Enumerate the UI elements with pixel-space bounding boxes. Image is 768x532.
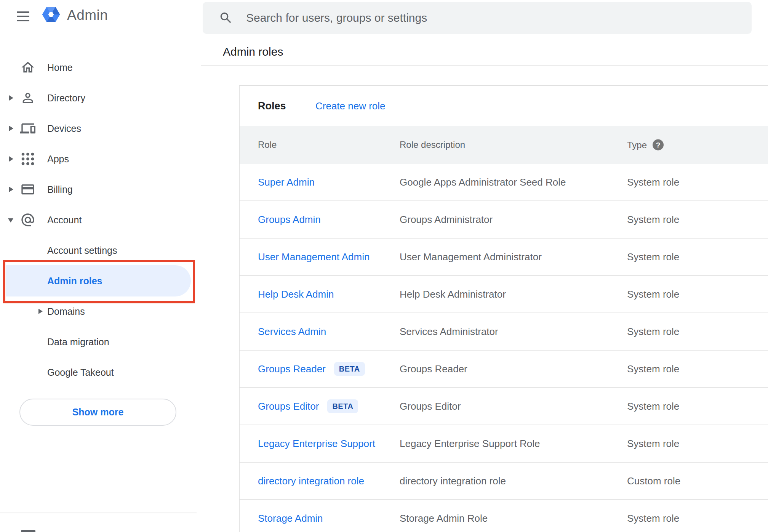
- column-header-role: Role: [258, 139, 277, 150]
- role-link[interactable]: Groups Reader: [258, 363, 326, 375]
- role-description: Groups Editor: [400, 401, 461, 412]
- search-icon: [219, 11, 233, 25]
- credit-card-icon: [20, 182, 35, 197]
- column-header-role-description: Role description: [400, 139, 465, 150]
- role-type: System role: [627, 251, 679, 263]
- show-more-button[interactable]: Show more: [19, 399, 176, 426]
- expand-arrow-icon[interactable]: [9, 126, 13, 131]
- role-link[interactable]: Storage Admin: [258, 513, 323, 524]
- role-description: Groups Administrator: [400, 214, 493, 226]
- search-input[interactable]: [246, 11, 752, 24]
- hamburger-menu-icon[interactable]: [17, 9, 30, 24]
- expand-arrow-icon[interactable]: [9, 95, 13, 101]
- table-row: Super Admin Google Apps Administrator Se…: [240, 164, 768, 201]
- role-link[interactable]: Legacy Enterprise Support: [258, 438, 375, 450]
- role-type: System role: [627, 363, 679, 375]
- role-description: Help Desk Administrator: [400, 288, 506, 300]
- role-description: directory integration role: [400, 475, 506, 487]
- sidebar-item-billing[interactable]: Billing: [0, 174, 201, 205]
- expand-arrow-icon[interactable]: [9, 156, 13, 162]
- role-description: Services Administrator: [400, 326, 498, 338]
- role-type: System role: [627, 214, 679, 226]
- sidebar-header: Admin: [0, 0, 201, 34]
- sidebar-divider: [0, 513, 197, 513]
- role-link[interactable]: Services Admin: [258, 326, 326, 338]
- role-description: Legacy Enterprise Support Role: [400, 438, 540, 450]
- sidebar-item-apps[interactable]: Apps: [0, 144, 201, 174]
- role-description: Google Apps Administrator Seed Role: [400, 176, 566, 188]
- table-row: Groups Reader BETA Groups Reader System …: [240, 351, 768, 388]
- role-description: Groups Reader: [400, 363, 467, 375]
- sidebar-item-domains[interactable]: Domains: [0, 296, 201, 327]
- table-row: Groups Admin Groups Administrator System…: [240, 201, 768, 239]
- sidebar-item-home[interactable]: Home: [0, 52, 201, 83]
- role-link[interactable]: Help Desk Admin: [258, 288, 334, 300]
- sidebar-item-directory[interactable]: Directory: [0, 83, 201, 113]
- create-new-role-link[interactable]: Create new role: [315, 100, 386, 112]
- role-link[interactable]: directory integration role: [258, 475, 364, 487]
- role-type: System role: [627, 176, 679, 188]
- product-name: Admin: [67, 7, 108, 23]
- role-type: System role: [627, 401, 679, 412]
- devices-icon: [20, 121, 35, 136]
- google-admin-logo: [40, 4, 62, 25]
- table-row: Storage Admin Storage Admin Role System …: [240, 500, 768, 532]
- role-type: Custom role: [627, 475, 680, 487]
- role-link[interactable]: Super Admin: [258, 176, 315, 188]
- roles-card: Roles Create new role Role Role descript…: [239, 85, 768, 532]
- cutoff-bottom-icon: [21, 530, 35, 532]
- expand-arrow-icon[interactable]: [8, 218, 13, 223]
- sidebar-item-account-settings[interactable]: Account settings: [0, 235, 201, 266]
- sidebar-item-devices[interactable]: Devices: [0, 113, 201, 144]
- roles-table-body: Super Admin Google Apps Administrator Se…: [240, 164, 768, 532]
- sidebar-nav: Home Directory Devices Apps Billing Acco…: [0, 52, 201, 388]
- apps-icon: [20, 151, 35, 167]
- table-row: User Management Admin User Management Ad…: [240, 239, 768, 276]
- column-header-type: Type ?: [627, 139, 664, 151]
- role-type: System role: [627, 326, 679, 338]
- sidebar: Admin Home Directory Devices Apps Billin…: [0, 0, 201, 532]
- sidebar-item-admin-roles[interactable]: Admin roles: [0, 266, 201, 296]
- role-description: User Management Administrator: [400, 251, 542, 263]
- sidebar-item-google-takeout[interactable]: Google Takeout: [0, 357, 201, 388]
- card-title: Roles: [258, 100, 286, 112]
- table-row: Groups Editor BETA Groups Editor System …: [240, 388, 768, 425]
- role-link[interactable]: Groups Editor: [258, 401, 319, 412]
- beta-badge: BETA: [334, 362, 365, 376]
- role-type: System role: [627, 513, 679, 524]
- sidebar-item-account[interactable]: Account: [0, 205, 201, 235]
- role-type: System role: [627, 288, 679, 300]
- table-row: directory integration role directory int…: [240, 463, 768, 500]
- role-description: Storage Admin Role: [400, 513, 488, 524]
- roles-card-header: Roles Create new role: [240, 86, 768, 126]
- table-row: Services Admin Services Administrator Sy…: [240, 313, 768, 351]
- role-type: System role: [627, 438, 679, 450]
- search-bar[interactable]: [203, 2, 752, 34]
- admin-console-page: Admin Home Directory Devices Apps Billin…: [0, 0, 768, 532]
- at-email-icon: [20, 212, 35, 228]
- role-link[interactable]: User Management Admin: [258, 251, 370, 263]
- home-icon: [20, 60, 35, 75]
- table-row: Legacy Enterprise Support Legacy Enterpr…: [240, 425, 768, 463]
- table-row: Help Desk Admin Help Desk Administrator …: [240, 276, 768, 313]
- content-divider: [201, 65, 768, 66]
- sidebar-item-data-migration[interactable]: Data migration: [0, 327, 201, 357]
- role-link[interactable]: Groups Admin: [258, 214, 321, 226]
- person-icon: [20, 90, 35, 106]
- breadcrumb: Admin roles: [223, 45, 283, 58]
- table-header-row: Role Role description Type ?: [240, 126, 768, 164]
- expand-arrow-icon[interactable]: [38, 309, 43, 314]
- beta-badge: BETA: [327, 399, 358, 413]
- help-icon[interactable]: ?: [653, 139, 664, 151]
- expand-arrow-icon[interactable]: [9, 187, 13, 192]
